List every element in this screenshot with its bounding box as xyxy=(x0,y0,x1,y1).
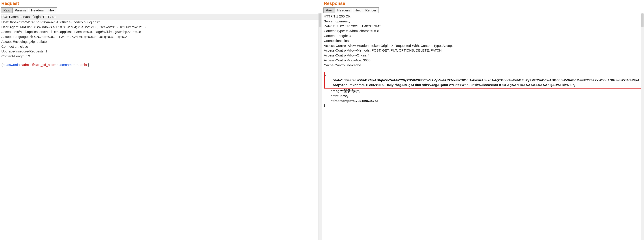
response-scrollbar-thumb[interactable] xyxy=(641,14,644,27)
response-body-data: "data":"Bearer rO0ABXNyABhjbi5hYmMuY29yZ… xyxy=(326,78,641,88)
tab-response-headers[interactable]: Headers xyxy=(335,8,352,13)
body-val-password: admin@Rrrr_ctf_asde xyxy=(22,63,55,67)
body-val-username: admin xyxy=(78,63,87,67)
request-header-line: Upgrade-Insecure-Requests: 1 xyxy=(1,49,320,54)
request-tabs: Raw Params Headers Hex xyxy=(0,8,322,13)
response-body-highlight-box: { "data":"Bearer rO0ABXNyABhjbi5hYmMuY29… xyxy=(324,72,643,89)
response-body-close: } xyxy=(324,103,643,108)
request-body: {"password": "admin@Rrrr_ctf_asde","user… xyxy=(1,62,320,67)
request-header-line: Accept-Encoding: gzip, deflate xyxy=(1,39,320,44)
response-blank-line xyxy=(324,68,643,71)
request-header-line: Host: fb5a2d22-9418-46b9-98aa-a75136f6e1… xyxy=(1,20,320,25)
response-header-line: Connection: close xyxy=(324,38,643,43)
body-key-password: password xyxy=(4,63,18,67)
request-headers-block: Host: fb5a2d22-9418-46b9-98aa-a75136f6e1… xyxy=(1,20,320,59)
response-header-line: Content-Type: text/html;charset=utf-8 xyxy=(324,29,643,33)
request-header-line: User-Agent: Mozilla/5.0 (Windows NT 10.0… xyxy=(1,25,320,30)
response-pane: Response Raw Headers Hex Render HTTP/1.1… xyxy=(322,0,644,240)
request-pane: Request Raw Params Headers Hex POST /com… xyxy=(0,0,322,240)
body-close: "} xyxy=(87,63,89,67)
response-scrollbar[interactable] xyxy=(641,13,644,240)
response-header-line: Cache-Control: no-cache xyxy=(324,63,643,68)
request-blank-line xyxy=(1,59,320,63)
response-header-line: Access-Control-Allow-Origin: * xyxy=(324,53,643,58)
request-start-line: POST /common/user/login HTTP/1.1 xyxy=(1,14,320,20)
request-header-line: Connection: close xyxy=(1,44,320,49)
request-header-line: Content-Length: 59 xyxy=(1,54,320,59)
response-content[interactable]: HTTP/1.1 200 OK Server: openrestyDate: T… xyxy=(322,13,644,240)
tab-response-hex[interactable]: Hex xyxy=(352,8,363,13)
tab-request-headers[interactable]: Headers xyxy=(29,8,46,13)
response-content-wrap: HTTP/1.1 200 OK Server: openrestyDate: T… xyxy=(322,13,644,240)
response-body-after: "msg":"登录成功", "status":2, "timestamps":1… xyxy=(324,89,643,108)
response-title: Response xyxy=(322,0,644,8)
request-header-line: Accept: text/html,application/xhtml+xml,… xyxy=(1,29,320,34)
response-start-line: HTTP/1.1 200 OK xyxy=(324,14,643,19)
request-scrollbar[interactable] xyxy=(318,13,322,240)
tab-request-params[interactable]: Params xyxy=(12,8,29,13)
body-sep: "," xyxy=(55,63,58,67)
response-body-timestamps: "timestamps":1704159634773 xyxy=(324,98,643,103)
body-key-username: username xyxy=(58,63,74,67)
response-header-line: Access-Control-Allow-Methods: POST, GET,… xyxy=(324,48,643,53)
response-body-msg: "msg":"登录成功", xyxy=(324,89,643,93)
response-headers-block: Server: openrestyDate: Tue, 02 Jan 2024 … xyxy=(324,19,643,68)
request-title: Request xyxy=(0,0,322,8)
response-header-line: Content-Length: 330 xyxy=(324,33,643,38)
tab-response-raw[interactable]: Raw xyxy=(324,8,335,13)
request-header-line: Accept-Language: zh-CN,zh;q=0.8,zh-TW;q=… xyxy=(1,34,320,39)
body-open: {" xyxy=(1,63,4,67)
response-body-status: "status":2, xyxy=(324,93,643,98)
request-content[interactable]: POST /common/user/login HTTP/1.1 Host: f… xyxy=(0,13,322,240)
tab-response-render[interactable]: Render xyxy=(363,8,379,13)
split-container: Request Raw Params Headers Hex POST /com… xyxy=(0,0,644,240)
response-header-line: Access-Control-Allow-Headers: token,Orig… xyxy=(324,43,643,48)
request-scrollbar-thumb[interactable] xyxy=(319,14,322,27)
response-header-line: Server: openresty xyxy=(324,19,643,24)
response-tabs: Raw Headers Hex Render xyxy=(322,8,644,13)
response-body-open: { xyxy=(326,73,641,78)
response-header-line: Date: Tue, 02 Jan 2024 01:40:34 GMT xyxy=(324,24,643,29)
body-mid1: ": " xyxy=(18,63,22,67)
tab-request-hex[interactable]: Hex xyxy=(46,8,57,13)
response-header-line: Access-Control-Max-Age: 3600 xyxy=(324,58,643,63)
body-mid2: ": " xyxy=(74,63,78,67)
tab-request-raw[interactable]: Raw xyxy=(1,8,12,13)
request-content-wrap: POST /common/user/login HTTP/1.1 Host: f… xyxy=(0,13,322,240)
